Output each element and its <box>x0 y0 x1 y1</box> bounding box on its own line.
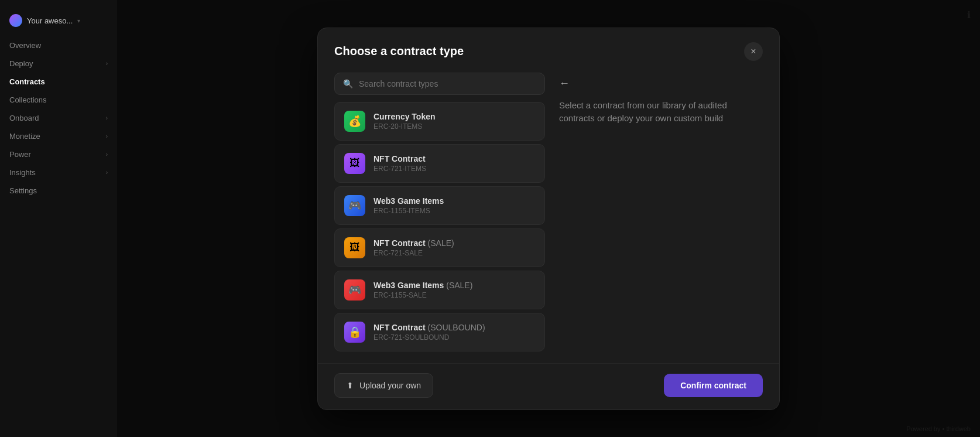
sidebar-item-label: Collections <box>9 95 47 104</box>
contract-type: ERC-1155-ITEMS <box>374 207 444 215</box>
right-panel: ← Select a contract from our library of … <box>559 73 763 351</box>
sidebar-item-label: Overview <box>9 41 41 50</box>
contract-tag: (SALE) <box>426 238 454 248</box>
modal-overlay: Choose a contract type × 🔍 💰Currency Tok… <box>117 0 980 437</box>
sidebar-item-label: Power <box>9 150 31 159</box>
contract-icon: 🎮 <box>344 279 365 301</box>
upload-button[interactable]: ⬆ Upload your own <box>334 373 433 398</box>
upload-label: Upload your own <box>359 381 421 390</box>
upload-icon: ⬆ <box>347 381 354 390</box>
contract-info: NFT Contract (SOULBOUND)ERC-721-SOULBOUN… <box>374 323 485 342</box>
contract-icon: 🎮 <box>344 195 365 216</box>
contract-info: NFT Contract (SALE)ERC-721-SALE <box>374 238 454 257</box>
contract-type: ERC-721-ITEMS <box>374 165 426 173</box>
sidebar-item-contracts[interactable]: Contracts <box>0 73 117 91</box>
modal-footer: ⬆ Upload your own Confirm contract <box>318 363 779 409</box>
sidebar-item-overview[interactable]: Overview <box>0 36 117 54</box>
sidebar-item-collections[interactable]: Collections <box>0 91 117 109</box>
search-input[interactable] <box>359 79 536 88</box>
modal-body: 🔍 💰Currency TokenERC-20-ITEMS🖼NFT Contra… <box>318 61 779 363</box>
contract-item[interactable]: 🔒NFT Contract (SOULBOUND)ERC-721-SOULBOU… <box>334 313 545 351</box>
contract-name: NFT Contract (SOULBOUND) <box>374 323 485 332</box>
contract-item[interactable]: 🎮Web3 Game ItemsERC-1155-ITEMS <box>334 186 545 225</box>
contract-item[interactable]: 🖼NFT Contract (SALE)ERC-721-SALE <box>334 228 545 267</box>
contract-icon: 🖼 <box>344 237 365 258</box>
contract-item[interactable]: 🎮Web3 Game Items (SALE)ERC-1155-SALE <box>334 271 545 309</box>
sidebar: Your aweso... ▾ OverviewDeploy›Contracts… <box>0 0 117 437</box>
sidebar-item-onboard[interactable]: Onboard› <box>0 109 117 127</box>
modal-header: Choose a contract type × <box>318 28 779 61</box>
avatar <box>9 14 22 27</box>
contract-info: Currency TokenERC-20-ITEMS <box>374 112 436 131</box>
sidebar-item-label: Deploy <box>9 59 33 68</box>
sidebar-item-label: Onboard <box>9 114 39 122</box>
app-title: Your aweso... <box>27 16 73 25</box>
contract-item[interactable]: 💰Currency TokenERC-20-ITEMS <box>334 102 545 141</box>
modal: Choose a contract type × 🔍 💰Currency Tok… <box>317 28 780 410</box>
confirm-button[interactable]: Confirm contract <box>664 374 763 397</box>
main-content: ℹ Choose a contract type × 🔍 💰Currency T… <box>117 0 980 437</box>
contract-tag: (SALE) <box>444 281 472 290</box>
chevron-icon: › <box>106 151 108 158</box>
sidebar-item-label: Monetize <box>9 132 40 141</box>
close-button[interactable]: × <box>744 42 763 61</box>
sidebar-item-power[interactable]: Power› <box>0 145 117 163</box>
chevron-icon: › <box>106 169 108 176</box>
contract-name: Web3 Game Items <box>374 196 444 206</box>
contract-icon: 🖼 <box>344 153 365 174</box>
chevron-icon: › <box>106 133 108 139</box>
contract-info: NFT ContractERC-721-ITEMS <box>374 154 426 173</box>
sidebar-header: Your aweso... ▾ <box>0 9 117 36</box>
sidebar-item-monetize[interactable]: Monetize› <box>0 127 117 145</box>
right-hint-text: Select a contract from our library of au… <box>559 99 763 125</box>
contract-icon: 🔒 <box>344 322 365 343</box>
sidebar-item-label: Insights <box>9 168 36 177</box>
sidebar-item-label: Contracts <box>9 77 45 86</box>
search-icon: 🔍 <box>343 79 353 88</box>
contract-type: ERC-1155-SALE <box>374 291 472 299</box>
contract-info: Web3 Game ItemsERC-1155-ITEMS <box>374 196 444 215</box>
sidebar-item-label: Settings <box>9 186 37 195</box>
contract-tag: (SOULBOUND) <box>426 323 485 332</box>
contract-type: ERC-721-SOULBOUND <box>374 333 485 342</box>
sidebar-item-deploy[interactable]: Deploy› <box>0 54 117 73</box>
contract-name: NFT Contract (SALE) <box>374 238 454 248</box>
contract-type: ERC-721-SALE <box>374 249 454 257</box>
sidebar-nav: OverviewDeploy›ContractsCollectionsOnboa… <box>0 36 117 200</box>
contract-name: Web3 Game Items (SALE) <box>374 281 472 290</box>
contract-type: ERC-20-ITEMS <box>374 122 436 131</box>
back-button[interactable]: ← <box>559 75 763 92</box>
sidebar-item-insights[interactable]: Insights› <box>0 163 117 182</box>
chevron-icon: › <box>106 60 108 67</box>
chevron-down-icon: ▾ <box>77 18 80 24</box>
contract-name: NFT Contract <box>374 154 426 163</box>
contract-icon: 💰 <box>344 111 365 132</box>
search-bar: 🔍 <box>334 73 545 95</box>
modal-title: Choose a contract type <box>334 45 464 58</box>
contract-info: Web3 Game Items (SALE)ERC-1155-SALE <box>374 281 472 299</box>
sidebar-item-settings[interactable]: Settings <box>0 182 117 200</box>
contract-name: Currency Token <box>374 112 436 121</box>
contract-list: 💰Currency TokenERC-20-ITEMS🖼NFT Contract… <box>334 102 545 351</box>
contract-item[interactable]: 🖼NFT ContractERC-721-ITEMS <box>334 144 545 183</box>
chevron-icon: › <box>106 115 108 121</box>
left-panel: 🔍 💰Currency TokenERC-20-ITEMS🖼NFT Contra… <box>334 73 545 351</box>
